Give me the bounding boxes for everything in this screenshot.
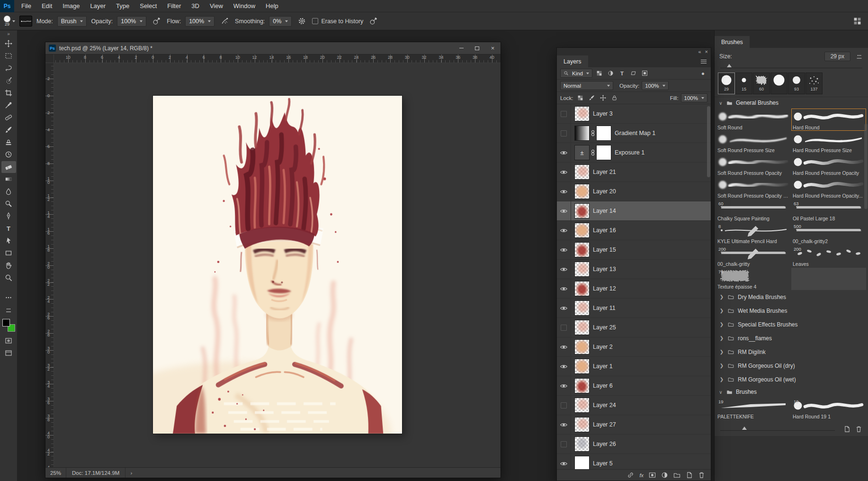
opacity-dropdown[interactable]: 100% [117, 16, 146, 27]
recent-brush-tile[interactable]: 137 [806, 73, 822, 94]
brush-settings-icon[interactable] [855, 53, 863, 60]
brush-item[interactable]: 63Oil Pastel Large 18 [791, 200, 866, 222]
color-swatches[interactable] [2, 319, 15, 332]
layer-thumbnail[interactable] [575, 320, 589, 335]
layer-row[interactable]: Gradient Map 1 [557, 124, 711, 143]
layer-row[interactable]: Layer 11 [557, 299, 711, 318]
slider-thumb[interactable] [727, 64, 732, 67]
new-layer-button[interactable] [686, 472, 693, 479]
layer-thumbnail[interactable] [575, 281, 589, 296]
brush-item[interactable]: 200Leaves [791, 245, 866, 267]
brush-group-special-effects[interactable]: ❯Special Effects Brushes [715, 318, 868, 331]
new-brush-button[interactable] [843, 426, 850, 433]
foreground-color-swatch[interactable] [2, 319, 10, 327]
brush-settings-toggle[interactable] [19, 16, 32, 27]
brush-tool[interactable] [1, 124, 16, 136]
layer-row[interactable]: Layer 2 [557, 337, 711, 357]
brush-item[interactable]: Soft Round Pressure Opacity [716, 154, 791, 176]
filter-shape-icon[interactable] [629, 69, 638, 78]
layer-opacity-dropdown[interactable]: 100% [642, 81, 668, 90]
layer-row[interactable]: Layer 1 [557, 357, 711, 376]
layer-row[interactable]: ±Exposure 1 [557, 143, 711, 163]
collapse-panel-icon[interactable]: « [698, 49, 701, 54]
tool-preset-picker[interactable]: 29 [4, 16, 15, 27]
layer-thumbnail[interactable] [575, 301, 589, 315]
layer-thumbnail[interactable] [575, 417, 589, 432]
pasteboard[interactable] [54, 63, 501, 467]
pen-tool[interactable] [1, 210, 16, 222]
document-window[interactable]: Ps tech.psd @ 25% (Layer 14, RGB/8) * × … [45, 42, 501, 478]
eraser-tool[interactable] [1, 161, 16, 173]
layer-row[interactable]: Layer 16 [557, 221, 711, 240]
layer-row[interactable]: Layer 27 [557, 415, 711, 435]
fill-dropdown[interactable]: 100% [681, 93, 707, 102]
menu-view[interactable]: View [205, 0, 228, 12]
layer-row[interactable]: Layer 12 [557, 279, 711, 299]
recent-brush-tile[interactable]: 29 [718, 73, 734, 94]
menu-file[interactable]: File [16, 0, 36, 12]
maximize-button[interactable] [469, 42, 485, 54]
layer-visibility-toggle[interactable] [557, 201, 571, 220]
layer-thumbnail[interactable] [575, 165, 589, 179]
layer-thumbnail[interactable] [575, 126, 589, 140]
recent-brush-tile[interactable]: 93 [788, 73, 805, 94]
layer-visibility-toggle[interactable] [557, 143, 571, 162]
zoom-tool[interactable] [1, 272, 16, 284]
brush-group-rons-flames[interactable]: ❯rons__flames [715, 331, 868, 345]
layer-thumbnail[interactable] [575, 437, 589, 451]
brush-group-rm-gorgeous-wet[interactable]: ❯RM Gorgeous Oil (wet) [715, 372, 868, 386]
move-tool[interactable] [1, 38, 16, 50]
layer-visibility-toggle[interactable] [557, 318, 571, 337]
tab-layers[interactable]: Layers [557, 55, 588, 67]
blend-mode-dropdown[interactable]: Normal [560, 81, 613, 90]
filter-kind-dropdown[interactable]: Kind [560, 69, 592, 78]
brush-item[interactable]: Soft Round Pressure Size [716, 131, 791, 154]
layer-row[interactable]: Layer 15 [557, 240, 711, 260]
gradient-tool[interactable] [1, 173, 16, 185]
layer-row[interactable]: Layer 6 [557, 376, 711, 396]
tab-brushes[interactable]: Brushes [715, 36, 750, 48]
menu-filter[interactable]: Filter [162, 0, 186, 12]
smoothing-dropdown[interactable]: 0% [269, 16, 292, 27]
workspace-icon[interactable] [851, 16, 863, 27]
erase-to-history-checkbox[interactable] [312, 18, 318, 24]
close-button[interactable]: × [485, 42, 501, 54]
panel-menu-icon[interactable] [700, 59, 707, 64]
brush-group-general[interactable]: ∨ General Brushes [715, 97, 868, 109]
shape-tool[interactable] [1, 247, 16, 259]
brush-item[interactable]: 19Hard Round 19 1 [791, 398, 866, 420]
layer-thumbnail[interactable] [575, 184, 589, 199]
layer-visibility-toggle[interactable] [557, 376, 571, 395]
ruler-top[interactable]: 1210864202468101214161820222426283032343… [54, 54, 501, 63]
brush-item[interactable]: Soft Round [716, 109, 791, 131]
layer-row[interactable]: Layer 26 [557, 435, 711, 454]
layer-visibility-toggle[interactable] [557, 415, 571, 434]
mode-dropdown[interactable]: Brush [57, 16, 87, 27]
healing-brush-tool[interactable] [1, 112, 16, 124]
filter-pixel-icon[interactable] [595, 69, 604, 78]
layer-row[interactable]: Layer 3 [557, 104, 711, 124]
brush-item[interactable]: 79Texture épaisse 4 [716, 268, 791, 290]
layer-thumbnail[interactable] [575, 398, 589, 412]
layer-thumbnail[interactable] [575, 107, 589, 121]
layer-visibility-toggle[interactable] [557, 182, 571, 201]
delete-brush-button[interactable] [855, 426, 862, 433]
menu-window[interactable]: Window [228, 0, 260, 12]
layer-visibility-toggle[interactable] [557, 124, 571, 143]
filter-type-icon[interactable]: T [617, 69, 626, 78]
menu-layer[interactable]: Layer [85, 0, 111, 12]
brush-item-selected[interactable]: Hard Round [791, 109, 866, 131]
brush-group-wet-media[interactable]: ❯Wet Media Brushes [715, 304, 868, 318]
layer-row[interactable]: Layer 5 [557, 454, 711, 469]
layer-thumbnail[interactable] [575, 262, 589, 276]
layer-thumbnail[interactable] [575, 359, 589, 373]
layer-visibility-toggle[interactable] [557, 454, 571, 469]
pressure-opacity-icon[interactable] [151, 16, 162, 27]
close-panel-icon[interactable]: × [705, 49, 708, 54]
layer-effects-button[interactable]: fx [639, 472, 644, 478]
brush-item[interactable]: Soft Round Pressure Opacity a... [716, 177, 791, 199]
canvas[interactable] [153, 96, 402, 434]
crop-tool[interactable] [1, 87, 16, 99]
expand-tools-button[interactable]: » [7, 30, 10, 37]
status-chevron-icon[interactable]: › [125, 470, 137, 476]
